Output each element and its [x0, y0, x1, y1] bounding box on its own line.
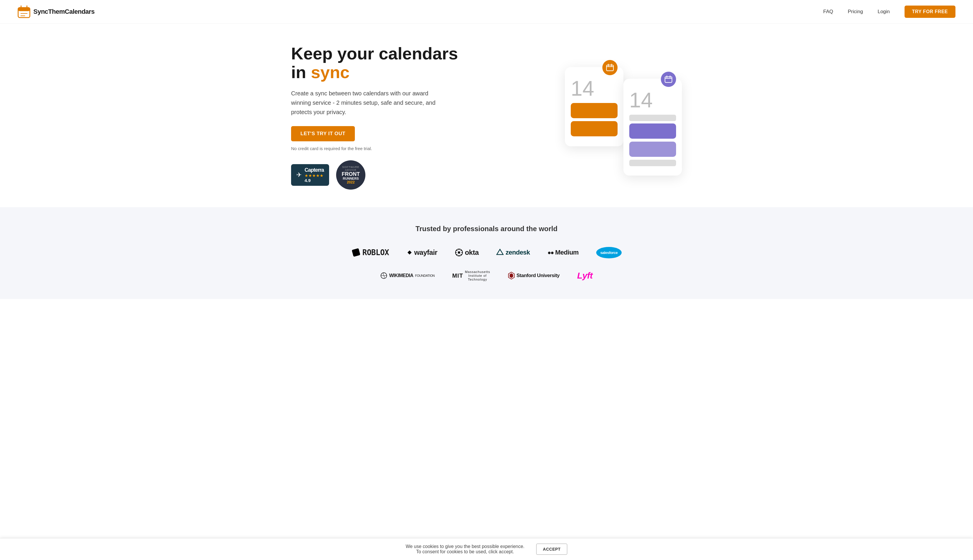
calendar-icon-purple: [661, 72, 676, 87]
logo-text: SyncThemCalendars: [33, 8, 95, 15]
cal-number-left: 14: [571, 77, 618, 100]
hero-content: Keep your calendars in sync Create a syn…: [291, 44, 458, 190]
sa-front-label: FRONT: [342, 172, 360, 177]
svg-line-23: [460, 250, 462, 251]
nav-links: FAQ Pricing Login TRY FOR FREE: [823, 5, 955, 18]
logo-stanford: Stanford University: [508, 272, 560, 280]
svg-line-22: [460, 254, 462, 255]
cal-number-right: 14: [629, 88, 676, 112]
hero-cta-button[interactable]: LET'S TRY IT OUT: [291, 126, 355, 141]
calendar-card-right: 14: [623, 79, 682, 175]
wayfair-icon: [407, 250, 413, 255]
stanford-icon: [508, 272, 515, 280]
svg-line-21: [457, 250, 457, 251]
roblox-icon: [352, 248, 361, 257]
nav-link-pricing[interactable]: Pricing: [848, 9, 863, 15]
capterra-stars: ★★★★★: [305, 173, 324, 178]
capterra-badge: ✈ Capterra ★★★★★ 4.9: [291, 164, 329, 186]
logo-wayfair: wayfair: [407, 248, 437, 257]
cal-grey-block-bottom: [629, 160, 676, 166]
sa-runners-label: RUNNERS: [343, 177, 359, 180]
calendar-icon-orange: [602, 60, 618, 75]
hero-no-credit-card-text: No credit card is required for the free …: [291, 146, 458, 151]
logo-wikimedia: WIKIMEDIAFOUNDATION: [380, 272, 435, 279]
capterra-info: Capterra ★★★★★ 4.9: [305, 167, 324, 183]
trusted-title: Trusted by professionals around the worl…: [18, 225, 955, 233]
capterra-plane-icon: ✈: [297, 171, 302, 179]
svg-rect-6: [606, 65, 613, 71]
svg-rect-10: [665, 77, 672, 83]
medium-dots-icon: ●●: [548, 249, 553, 256]
logo-lyft: Lyft: [577, 271, 593, 281]
hero-badges: ✈ Capterra ★★★★★ 4.9 SoftwareAdvice FRON…: [291, 160, 458, 190]
logo-medium: ●● Medium: [548, 249, 579, 256]
nav-cta-button[interactable]: TRY FOR FREE: [905, 5, 955, 18]
svg-rect-14: [352, 248, 360, 257]
nav-link-login[interactable]: Login: [878, 9, 890, 15]
nav-link-faq[interactable]: FAQ: [823, 9, 833, 15]
trusted-section: Trusted by professionals around the worl…: [0, 207, 973, 299]
hero-section: Keep your calendars in sync Create a syn…: [273, 24, 700, 207]
logos-grid: ROBLOX wayfair okta: [326, 247, 647, 282]
capterra-logo-text: Capterra: [305, 167, 324, 173]
svg-line-24: [457, 254, 457, 255]
cal-event-block-1: [571, 103, 618, 118]
sa-label-top: SoftwareAdvice: [342, 166, 360, 172]
software-advice-badge: SoftwareAdvice FRONT RUNNERS 2022: [336, 160, 365, 190]
cal-event-block-2: [571, 121, 618, 136]
hero-illustration: 14 14: [559, 55, 682, 178]
svg-point-16: [458, 251, 460, 254]
hero-title: Keep your calendars in sync: [291, 44, 458, 82]
navigation: SyncThemCalendars FAQ Pricing Login TRY …: [0, 0, 973, 24]
cal-grey-block-top: [629, 115, 676, 121]
logo-roblox: ROBLOX: [352, 248, 389, 257]
calendar-card-left: 14: [565, 67, 623, 146]
capterra-rating: 4.9: [305, 178, 324, 183]
svg-rect-1: [18, 8, 30, 11]
logo[interactable]: SyncThemCalendars: [18, 5, 95, 18]
wikimedia-icon: [380, 272, 387, 279]
logo-mit: MIT MassachusettsInstitute ofTechnology: [452, 270, 490, 282]
hero-description: Create a sync between two calendars with…: [291, 88, 443, 117]
sa-year-label: 2022: [347, 180, 355, 184]
logo-salesforce: salesforce: [596, 247, 621, 258]
cal-purple-block-1: [629, 123, 676, 139]
cal-purple-block-2: [629, 142, 676, 157]
okta-icon: [455, 248, 463, 257]
zendesk-icon: [496, 249, 504, 256]
logo-zendesk: zendesk: [496, 249, 530, 256]
logo-okta: okta: [455, 248, 478, 257]
